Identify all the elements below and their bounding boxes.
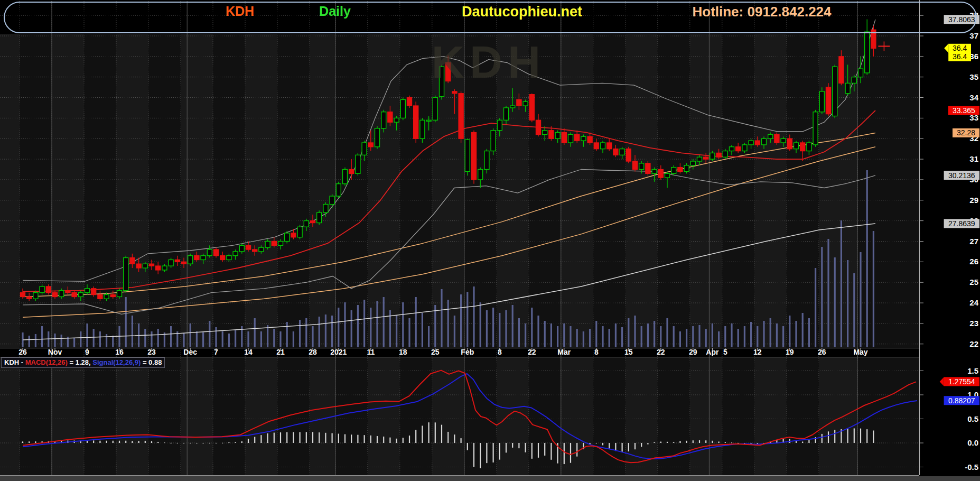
candle-body	[762, 138, 767, 145]
macd-histogram-bar	[113, 441, 114, 443]
candle-body	[291, 233, 296, 237]
volume-bar	[247, 331, 249, 347]
macd-pane-stripe	[690, 357, 722, 475]
volume-bar	[750, 322, 752, 347]
candle-body	[214, 249, 219, 256]
volume-bar	[434, 305, 436, 347]
volume-bar	[408, 318, 410, 347]
macd-histogram-bar	[260, 435, 262, 443]
macd-histogram-bar	[164, 442, 165, 443]
volume-bar	[847, 260, 848, 347]
macd-histogram-bar	[203, 443, 204, 443]
macd-histogram-bar	[873, 430, 874, 443]
volume-bar	[466, 292, 468, 347]
macd-histogram-bar	[319, 432, 320, 443]
macd-pane-stripe	[116, 357, 148, 475]
volume-bar	[492, 308, 494, 347]
macd-histogram-bar	[628, 443, 629, 451]
volume-bar	[480, 302, 481, 347]
macd-pane-stripe	[335, 357, 368, 475]
candle-body	[59, 291, 64, 297]
candle-body	[452, 91, 457, 94]
candle-body	[562, 133, 566, 143]
macd-pane-stripe	[52, 357, 84, 475]
macd-histogram-bar	[686, 441, 687, 443]
date-label: 16	[115, 348, 124, 356]
volume-bar	[325, 314, 326, 347]
macd-histogram-bar	[738, 443, 739, 443]
volume-bar	[202, 332, 204, 347]
candle-body	[278, 242, 283, 246]
volume-bar	[415, 297, 417, 347]
candle-body	[46, 286, 51, 293]
volume-bar	[712, 323, 713, 347]
candle-body	[549, 131, 554, 139]
candle-body	[110, 295, 115, 297]
volume-bar	[602, 326, 603, 347]
volume-bar	[118, 326, 120, 347]
macd-histogram-bar	[177, 443, 178, 443]
volume-bar	[744, 326, 745, 347]
volume-bar	[557, 326, 558, 347]
macd-histogram-bar	[667, 442, 668, 443]
macd-histogram-bar	[22, 441, 23, 443]
volume-bar	[73, 338, 75, 347]
macd-histogram-bar	[544, 443, 545, 456]
volume-bar	[486, 310, 488, 347]
price-axis-label: 31	[969, 154, 978, 163]
volume-bar	[35, 334, 36, 347]
volume-bar	[789, 316, 790, 347]
price-pane-stripe	[245, 34, 277, 348]
macd-pane-stripe	[84, 357, 116, 475]
volume-bar	[396, 316, 397, 347]
volume-bar	[305, 318, 307, 347]
candle-body	[504, 108, 509, 120]
macd-histogram-bar	[647, 443, 648, 445]
candle-body	[433, 98, 437, 121]
candle-body	[665, 173, 670, 178]
date-label: Feb	[461, 348, 474, 356]
volume-bar	[679, 331, 681, 347]
volume-bar	[132, 316, 133, 347]
volume-bar	[589, 329, 591, 347]
volume-bar	[505, 310, 507, 347]
candle-body	[349, 170, 354, 174]
price-pane-stripe	[593, 34, 626, 348]
volume-bar	[686, 329, 687, 347]
date-label: 21	[276, 348, 285, 356]
candle-body	[265, 242, 270, 248]
volume-bar	[537, 316, 539, 347]
macd-histogram-bar	[512, 443, 513, 448]
candle-body	[742, 145, 747, 151]
macd-histogram-bar	[403, 438, 404, 443]
macd-pane-stripe	[593, 357, 626, 475]
macd-pane-stripe	[819, 357, 857, 475]
volume-bar	[48, 331, 49, 347]
candle-body	[543, 131, 547, 135]
candle-body	[53, 293, 58, 297]
candle-body	[375, 128, 380, 147]
volume-bar	[815, 268, 816, 347]
price-axis-label: 23	[969, 319, 978, 328]
macd-histogram-bar	[235, 442, 236, 443]
date-label: Mar	[557, 348, 571, 356]
axis-badge-value: 27.8639	[948, 219, 975, 228]
candle-body	[465, 140, 470, 171]
axis-badge-value: 1.27554	[948, 377, 975, 386]
volume-bar	[363, 300, 365, 347]
candle-body	[510, 106, 515, 108]
volume-bar	[841, 220, 842, 347]
volume-bar	[692, 326, 694, 347]
volume-bar	[518, 318, 520, 347]
candle-body	[858, 69, 863, 77]
candle-body	[227, 256, 231, 260]
macd-histogram-bar	[673, 442, 674, 443]
bottom-scrollbar[interactable]	[0, 476, 980, 481]
symbol-label: KDH	[226, 4, 254, 19]
volume-bar	[550, 323, 552, 347]
macd-histogram-bar	[99, 441, 100, 443]
volume-bar	[125, 297, 127, 347]
macd-legend-signal-value: = 0.88	[141, 358, 162, 366]
volume-bar	[802, 313, 804, 347]
axis-badge-value: 33.365	[953, 106, 975, 115]
